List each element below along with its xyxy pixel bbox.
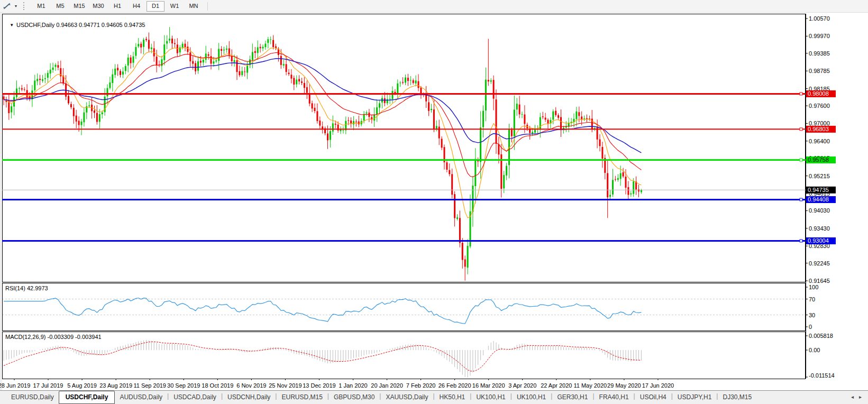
toolbar-separator bbox=[207, 2, 208, 11]
tab-XAUUSD-Daily[interactable]: XAUUSD,Daily bbox=[381, 392, 433, 402]
svg-text:17 Jul 2019: 17 Jul 2019 bbox=[33, 382, 63, 389]
tabs-scroll-left-icon[interactable]: ◂ bbox=[851, 394, 854, 400]
svg-text:0.005818: 0.005818 bbox=[809, 333, 833, 339]
svg-text:20 Jan 2020: 20 Jan 2020 bbox=[371, 382, 403, 389]
chart-title-line: ▼USDCHF,Daily 0.94663 0.94771 0.94605 0.… bbox=[6, 15, 145, 28]
tf-button-D1[interactable]: D1 bbox=[147, 1, 165, 12]
svg-text:30 Sep 2019: 30 Sep 2019 bbox=[167, 382, 200, 389]
svg-text:0.98008: 0.98008 bbox=[808, 90, 829, 97]
macd-indicator-label: MACD(12,26,9) -0.003309 -0.003941 bbox=[5, 334, 102, 340]
svg-text:0.98785: 0.98785 bbox=[809, 68, 830, 74]
timeframe-buttons: M1M5M15M30H1H4D1W1MN bbox=[32, 1, 203, 12]
tf-button-MN[interactable]: MN bbox=[185, 1, 203, 12]
svg-text:0.94735: 0.94735 bbox=[808, 187, 829, 193]
tab-USOil-H4[interactable]: USOil,H4 bbox=[635, 392, 671, 402]
tab-EURUSD-Daily[interactable]: EURUSD,Daily bbox=[6, 392, 59, 402]
svg-text:0.96803: 0.96803 bbox=[808, 126, 829, 132]
svg-text:13 Dec 2019: 13 Dec 2019 bbox=[303, 382, 335, 389]
chart-tabs: EURUSD,DailyUSDCHF,DailyAUDUSD,Daily|USD… bbox=[6, 391, 756, 404]
svg-text:0.93004: 0.93004 bbox=[808, 237, 829, 244]
tabs-scroll-right-icon[interactable]: ▸ bbox=[859, 394, 862, 400]
tab-UK100-H1[interactable]: UK100,H1 bbox=[471, 392, 510, 402]
tab-USDJPY-H1[interactable]: USDJPY,H1 bbox=[673, 392, 716, 402]
chart-tab-bar: EURUSD,DailyUSDCHF,DailyAUDUSD,Daily|USD… bbox=[0, 390, 868, 404]
tf-button-M30[interactable]: M30 bbox=[89, 1, 107, 12]
svg-text:7 Feb 2020: 7 Feb 2020 bbox=[406, 382, 436, 389]
tf-button-H1[interactable]: H1 bbox=[108, 1, 126, 12]
tab-HK50-H1[interactable]: HK50,H1 bbox=[435, 392, 470, 402]
tool-dropdown-arrow-icon[interactable]: ▼ bbox=[13, 4, 19, 8]
svg-text:0.99385: 0.99385 bbox=[809, 50, 830, 57]
svg-text:0: 0 bbox=[809, 324, 812, 330]
svg-text:0.96400: 0.96400 bbox=[809, 138, 830, 144]
svg-text:3 Apr 2020: 3 Apr 2020 bbox=[508, 382, 536, 389]
svg-text:0.99970: 0.99970 bbox=[809, 33, 830, 39]
svg-text:29 May 2020: 29 May 2020 bbox=[607, 382, 641, 389]
svg-text:1.00570: 1.00570 bbox=[809, 15, 830, 22]
tf-button-W1[interactable]: W1 bbox=[166, 1, 184, 12]
tf-button-M5[interactable]: M5 bbox=[51, 1, 69, 12]
chart-symbol-title: USDCHF,Daily bbox=[16, 22, 54, 28]
svg-text:26 Feb 2020: 26 Feb 2020 bbox=[438, 382, 471, 389]
svg-text:0.94030: 0.94030 bbox=[809, 207, 830, 214]
rsi-indicator-label: RSI(14) 42.9973 bbox=[5, 285, 48, 291]
crosshair-tool-icon[interactable] bbox=[1, 2, 13, 11]
svg-text:16 Mar 2020: 16 Mar 2020 bbox=[472, 382, 505, 389]
svg-text:0.95215: 0.95215 bbox=[809, 173, 830, 179]
tf-button-M1[interactable]: M1 bbox=[32, 1, 50, 12]
svg-text:30: 30 bbox=[809, 312, 815, 318]
svg-text:1 Jan 2020: 1 Jan 2020 bbox=[339, 382, 367, 389]
svg-text:28 Jun 2019: 28 Jun 2019 bbox=[0, 382, 30, 389]
tf-button-H4[interactable]: H4 bbox=[127, 1, 145, 12]
svg-text:0.97600: 0.97600 bbox=[809, 103, 830, 109]
chart-collapse-arrow-icon[interactable]: ▼ bbox=[10, 23, 14, 27]
svg-text:0.00: 0.00 bbox=[809, 347, 820, 353]
tab-GER30-H1[interactable]: GER30,H1 bbox=[552, 392, 592, 402]
svg-text:0.91645: 0.91645 bbox=[809, 278, 830, 284]
svg-text:0.92245: 0.92245 bbox=[809, 260, 830, 267]
tab-USDCNH-Daily[interactable]: USDCNH,Daily bbox=[223, 392, 275, 402]
tab-GBPUSD-M30[interactable]: GBPUSD,M30 bbox=[329, 392, 379, 402]
svg-text:17 Jun 2020: 17 Jun 2020 bbox=[642, 382, 674, 389]
tab-scroll-nav: ◂ ▸ bbox=[851, 394, 862, 400]
tab-FRA40-H1[interactable]: FRA40,H1 bbox=[595, 392, 634, 402]
chart-ohlc-values: 0.94663 0.94771 0.94605 0.94735 bbox=[56, 22, 145, 28]
price-chart-canvas[interactable]: 1.005700.999700.993850.987850.981850.976… bbox=[0, 0, 868, 404]
svg-text:0.94408: 0.94408 bbox=[808, 196, 829, 203]
svg-text:23 Aug 2019: 23 Aug 2019 bbox=[99, 382, 132, 389]
tab-AUDUSD-Daily[interactable]: AUDUSD,Daily bbox=[115, 392, 167, 402]
svg-text:100: 100 bbox=[809, 284, 818, 290]
svg-text:6 Nov 2019: 6 Nov 2019 bbox=[236, 382, 266, 389]
svg-text:5 Aug 2019: 5 Aug 2019 bbox=[67, 382, 97, 389]
tab-UK100-H1[interactable]: UK100,H1 bbox=[512, 392, 551, 402]
tab-USDCAD-Daily[interactable]: USDCAD,Daily bbox=[169, 392, 221, 402]
svg-text:70: 70 bbox=[809, 296, 815, 302]
svg-text:0.95758: 0.95758 bbox=[808, 157, 829, 163]
svg-text:-0.011514: -0.011514 bbox=[809, 372, 835, 379]
timeframe-toolbar: ▼ M1M5M15M30H1H4D1W1MN bbox=[0, 0, 868, 13]
svg-text:25 Nov 2019: 25 Nov 2019 bbox=[269, 382, 301, 389]
tf-button-M15[interactable]: M15 bbox=[70, 1, 88, 12]
svg-text:18 Oct 2019: 18 Oct 2019 bbox=[202, 382, 233, 389]
tab-EURUSD-M15[interactable]: EURUSD,M15 bbox=[277, 392, 327, 402]
toolbar-drag-handle[interactable] bbox=[23, 2, 25, 10]
svg-text:0.93430: 0.93430 bbox=[809, 225, 830, 232]
svg-text:11 Sep 2019: 11 Sep 2019 bbox=[133, 382, 166, 389]
svg-text:22 Apr 2020: 22 Apr 2020 bbox=[541, 382, 572, 389]
svg-text:11 May 2020: 11 May 2020 bbox=[573, 382, 607, 389]
tab-USDCHF-Daily[interactable]: USDCHF,Daily bbox=[59, 391, 115, 404]
tab-DJ30-M15[interactable]: DJ30,M15 bbox=[718, 392, 756, 402]
